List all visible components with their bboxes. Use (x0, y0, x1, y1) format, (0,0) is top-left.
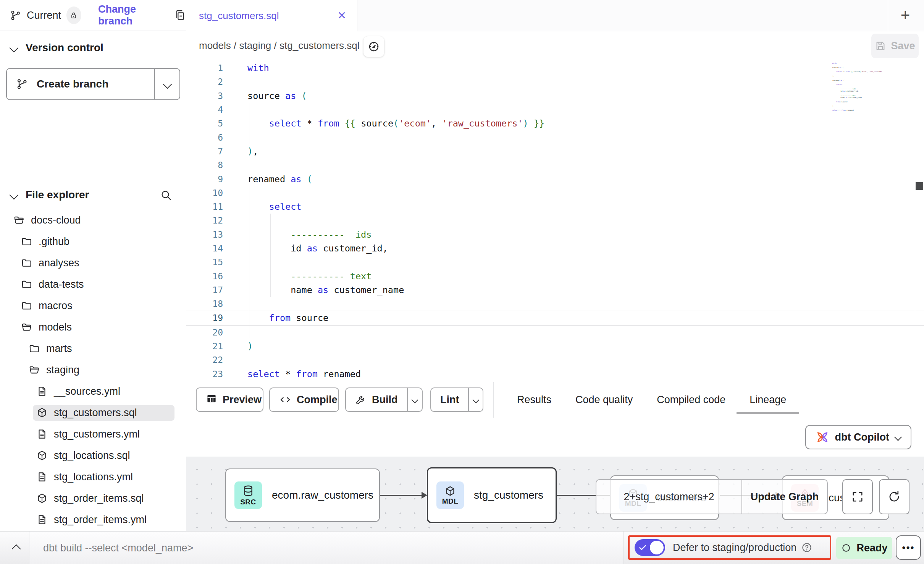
minimap[interactable]: withsource as ( select * from {{ source(… (832, 62, 882, 112)
code-line-9[interactable]: 9renamed as ( (186, 172, 924, 186)
create-branch-button[interactable]: Create branch (6, 68, 180, 100)
code-line-13[interactable]: 13 ---------- ids (186, 228, 924, 241)
create-branch-dropdown[interactable] (154, 69, 179, 99)
line-number: 7 (186, 146, 234, 156)
cube-icon (36, 493, 48, 504)
tree-item-staging[interactable]: staging (0, 359, 186, 381)
code-line-3[interactable]: 3source as ( (186, 89, 924, 103)
tree-item-marts[interactable]: marts (0, 338, 186, 359)
fullscreen-button[interactable] (842, 479, 873, 514)
tree-item-stg-locations-sql[interactable]: stg_locations.sql (0, 445, 186, 466)
tab-lineage[interactable]: Lineage (750, 394, 786, 406)
code-line-6[interactable]: 6 (186, 130, 924, 144)
line-number: 6 (186, 133, 234, 143)
code-line-23[interactable]: 23select * from renamed (186, 367, 924, 381)
lineage-node-ecom-raw-customers[interactable]: SRCecom.raw_customers (225, 468, 380, 522)
code-line-21[interactable]: 21) (186, 339, 924, 353)
fullscreen-icon (851, 490, 864, 504)
tab-stg-customers-sql[interactable]: stg_customers.sql ✕ (186, 0, 357, 31)
lineage-node-stg-customers[interactable]: MDLstg_customers (427, 467, 557, 523)
change-branch-link[interactable]: Change branch (98, 3, 162, 27)
tree-item--github[interactable]: .github (0, 231, 186, 252)
git-branch-icon (10, 10, 21, 21)
tree-item-models[interactable]: models (0, 316, 186, 338)
badge-label: MDL (442, 497, 459, 506)
tab-results[interactable]: Results (517, 394, 551, 406)
chevron-down-icon[interactable] (9, 190, 18, 199)
compile-button[interactable]: Compile (269, 387, 339, 412)
code-line-10[interactable]: 10 (186, 186, 924, 200)
update-graph-button[interactable]: Update Graph (741, 480, 827, 514)
tree-item--sources-yml[interactable]: __sources.yml (0, 381, 186, 402)
tree-item-analyses[interactable]: analyses (0, 252, 186, 274)
code-line-22[interactable]: 22 (186, 353, 924, 367)
code-line-16[interactable]: 16 ---------- text (186, 269, 924, 283)
copy-icon[interactable] (174, 9, 186, 21)
lint-button[interactable]: Lint (430, 387, 483, 412)
tree-item-stg-order-items-sql[interactable]: stg_order_items.sql (0, 488, 186, 509)
tree-item-stg-customers-yml[interactable]: stg_customers.yml (0, 423, 186, 445)
tab-code-quality[interactable]: Code quality (575, 394, 633, 406)
help-icon[interactable] (801, 542, 813, 553)
new-tab-button[interactable]: + (895, 5, 916, 25)
tree-item-label: stg_locations.yml (54, 471, 133, 483)
cube-icon (36, 450, 48, 461)
line-number: 14 (186, 243, 234, 253)
code-line-20[interactable]: 20 (186, 326, 924, 339)
tree-item-stg-customers-sql[interactable]: stg_customers.sql (0, 402, 186, 423)
copilot-row: dbt Copilot (186, 418, 924, 457)
dbt-copilot-button[interactable]: dbt Copilot (805, 425, 911, 449)
tree-item-stg-order-items-yml[interactable]: stg_order_items.yml (0, 509, 186, 530)
code-line-1[interactable]: 1with (186, 61, 924, 75)
code-line-15[interactable]: 15 (186, 255, 924, 269)
tree-item-label: docs-cloud (31, 214, 81, 226)
sidebar: Current Change branch Version control Cr… (0, 0, 186, 531)
folder-open-icon (29, 364, 40, 376)
compass-icon[interactable] (363, 36, 384, 57)
code-line-4[interactable]: 4 (186, 103, 924, 117)
code-editor[interactable]: 1with23source as (45 select * from {{ so… (186, 61, 924, 382)
database-icon (242, 485, 255, 498)
defer-toggle[interactable] (635, 539, 665, 556)
code-line-5[interactable]: 5 select * from {{ source('ecom', 'raw_c… (186, 117, 924, 130)
tree-item-docs-cloud[interactable]: docs-cloud (0, 209, 186, 231)
lineage-canvas[interactable]: SRCecom.raw_customersMDLstg_customersMDL… (186, 457, 924, 532)
command-input[interactable]: dbt build --select <model_name> (29, 532, 624, 564)
code-line-14[interactable]: 14 id as customer_id, (186, 241, 924, 255)
code-line-17[interactable]: 17 name as customer_name (186, 283, 924, 297)
tree-item-macros[interactable]: macros (0, 295, 186, 316)
more-options-button[interactable]: ••• (896, 535, 921, 560)
code-line-2[interactable]: 2 (186, 75, 924, 89)
refresh-button[interactable] (879, 479, 909, 514)
code-line-7[interactable]: 7), (186, 144, 924, 158)
tree-item-stg-locations-yml[interactable]: stg_locations.yml (0, 466, 186, 488)
create-branch-main[interactable]: Create branch (7, 69, 154, 99)
preview-button[interactable]: Preview (196, 387, 263, 412)
code-line-8[interactable]: 8 (186, 158, 924, 172)
command-placeholder: dbt build --select <model_name> (43, 542, 193, 554)
lineage-selector-input[interactable]: 2+stg_customers+2 (596, 480, 741, 514)
build-dropdown[interactable] (407, 388, 422, 411)
line-number: 3 (186, 91, 234, 101)
line-number: 11 (186, 202, 234, 212)
tab-compiled-code[interactable]: Compiled code (657, 394, 725, 406)
lint-dropdown[interactable] (468, 388, 483, 411)
branch-header: Current Change branch (0, 0, 186, 31)
code-line-12[interactable]: 12 (186, 214, 924, 227)
save-button[interactable]: Save (871, 34, 919, 58)
close-icon[interactable]: ✕ (338, 10, 346, 21)
tree-item-data-tests[interactable]: data-tests (0, 274, 186, 295)
line-content: name as customer_name (247, 285, 404, 295)
search-icon[interactable] (160, 189, 172, 201)
line-content: ) (247, 341, 253, 352)
build-button[interactable]: Build (345, 387, 423, 412)
collapse-panel-button[interactable] (8, 543, 24, 554)
code-line-11[interactable]: 11 select (186, 200, 924, 214)
refresh-icon (887, 489, 901, 504)
chevron-down-icon[interactable] (9, 43, 18, 52)
code-line-18[interactable]: 18 (186, 297, 924, 311)
scrollbar-gutter (915, 61, 915, 382)
scrollbar-thumb[interactable] (916, 182, 923, 190)
tree-item-label: stg_order_items.yml (54, 514, 147, 526)
code-line-19[interactable]: 19 from source (186, 311, 924, 325)
